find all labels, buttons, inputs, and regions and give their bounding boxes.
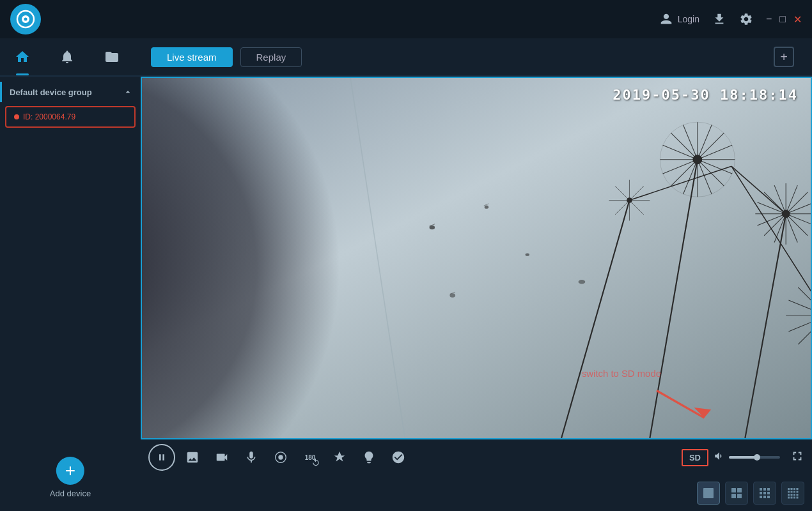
svg-rect-112 xyxy=(797,494,799,496)
app-logo[interactable] xyxy=(10,4,41,34)
window-controls: − □ ✕ xyxy=(766,13,802,26)
svg-rect-108 xyxy=(797,491,799,493)
svg-rect-102 xyxy=(791,488,793,490)
svg-rect-96 xyxy=(763,492,766,494)
svg-rect-88 xyxy=(731,488,736,492)
close-button[interactable]: ✕ xyxy=(793,13,802,26)
layout-1-button[interactable] xyxy=(697,482,720,505)
svg-rect-105 xyxy=(788,491,790,493)
svg-rect-116 xyxy=(797,497,799,499)
svg-rect-87 xyxy=(703,488,714,498)
volume-fill xyxy=(729,456,757,459)
volume-handle xyxy=(754,454,760,461)
svg-rect-107 xyxy=(793,491,795,493)
fullscreen-button[interactable] xyxy=(790,449,804,466)
replay-tab[interactable]: Replay xyxy=(240,47,302,67)
svg-rect-103 xyxy=(793,488,795,490)
device-group-header[interactable]: Default device group xyxy=(0,82,141,102)
settings-icon[interactable] xyxy=(739,12,753,26)
record-button[interactable] xyxy=(210,445,234,469)
svg-point-30 xyxy=(692,155,702,164)
add-device-button[interactable]: + xyxy=(56,457,84,485)
svg-rect-104 xyxy=(797,488,799,490)
svg-rect-95 xyxy=(760,492,762,494)
video-area: switch to SD mode 2019-05-30 18:18:14 xyxy=(141,77,812,511)
svg-rect-106 xyxy=(791,491,793,493)
svg-rect-99 xyxy=(763,496,766,498)
svg-rect-91 xyxy=(737,494,742,498)
video-controls: 180 SD xyxy=(141,439,812,475)
sidebar: Default device group ID: 2000064.79 + Ad… xyxy=(0,77,141,511)
ptz-button[interactable] xyxy=(327,445,352,469)
top-bar-right: Login − □ ✕ xyxy=(660,12,802,26)
video-background: switch to SD mode 2019-05-30 18:18:14 xyxy=(142,78,811,438)
svg-rect-90 xyxy=(731,494,736,498)
svg-point-47 xyxy=(782,210,790,218)
light-button[interactable] xyxy=(357,445,381,469)
device-status-dot xyxy=(14,114,19,119)
stream-tabs: Live stream Replay + xyxy=(141,38,812,75)
svg-point-86 xyxy=(278,455,283,459)
talk-button[interactable] xyxy=(269,445,293,469)
add-view-button[interactable]: + xyxy=(774,47,794,67)
sd-quality-button[interactable]: SD xyxy=(682,449,708,466)
svg-point-77 xyxy=(526,254,529,256)
minimize-button[interactable]: − xyxy=(766,13,772,25)
svg-rect-111 xyxy=(793,494,795,496)
svg-point-2 xyxy=(24,18,27,21)
svg-text:switch to SD mode: switch to SD mode xyxy=(582,369,661,379)
svg-rect-94 xyxy=(767,488,770,491)
bottom-row xyxy=(141,475,812,511)
svg-rect-115 xyxy=(793,497,795,499)
svg-rect-114 xyxy=(791,497,793,499)
volume-slider[interactable] xyxy=(729,456,780,459)
svg-rect-101 xyxy=(788,488,790,490)
svg-rect-92 xyxy=(760,488,762,491)
sidebar-nav xyxy=(0,38,141,75)
volume-icon[interactable] xyxy=(714,450,725,464)
live-stream-tab[interactable]: Live stream xyxy=(151,47,233,67)
volume-area xyxy=(714,450,780,464)
nav-bell-icon[interactable] xyxy=(45,38,90,75)
layout-9-button[interactable] xyxy=(753,482,776,505)
scene-svg: switch to SD mode xyxy=(142,78,811,438)
top-bar: Login − □ ✕ xyxy=(0,0,812,38)
svg-rect-100 xyxy=(767,496,770,498)
maximize-button[interactable]: □ xyxy=(779,13,786,25)
add-device-label: Add device xyxy=(50,489,91,498)
svg-rect-89 xyxy=(737,488,742,492)
device-item[interactable]: ID: 2000064.79 xyxy=(5,106,136,128)
nav-home-icon[interactable] xyxy=(0,38,45,75)
nav-folder-icon[interactable] xyxy=(90,38,134,75)
svg-point-73 xyxy=(627,197,632,203)
svg-rect-109 xyxy=(788,494,790,496)
main-content: Default device group ID: 2000064.79 + Ad… xyxy=(0,77,812,511)
svg-point-78 xyxy=(579,280,586,284)
download-icon[interactable] xyxy=(712,12,726,26)
video-timestamp: 2019-05-30 18:18:14 xyxy=(613,87,798,103)
svg-rect-97 xyxy=(767,492,770,494)
nav-bar: Live stream Replay + xyxy=(0,38,812,77)
svg-rect-110 xyxy=(791,494,793,496)
device-group-label: Default device group xyxy=(10,88,92,97)
svg-rect-98 xyxy=(760,496,762,498)
svg-rect-93 xyxy=(763,488,766,491)
pause-button[interactable] xyxy=(148,444,175,471)
svg-point-75 xyxy=(485,206,488,209)
device-name: ID: 2000064.79 xyxy=(23,112,127,121)
svg-rect-113 xyxy=(788,497,790,499)
video-feed: switch to SD mode 2019-05-30 18:18:14 xyxy=(141,77,812,439)
advanced-button[interactable] xyxy=(386,445,410,469)
login-label: Login xyxy=(678,14,699,24)
login-button[interactable]: Login xyxy=(660,13,699,26)
mic-button[interactable] xyxy=(239,445,263,469)
layout-16-button[interactable] xyxy=(781,482,804,505)
add-device-area: + Add device xyxy=(50,457,91,498)
layout-4-button[interactable] xyxy=(725,482,748,505)
screenshot-button[interactable] xyxy=(180,445,205,469)
180-button[interactable]: 180 xyxy=(298,445,322,469)
